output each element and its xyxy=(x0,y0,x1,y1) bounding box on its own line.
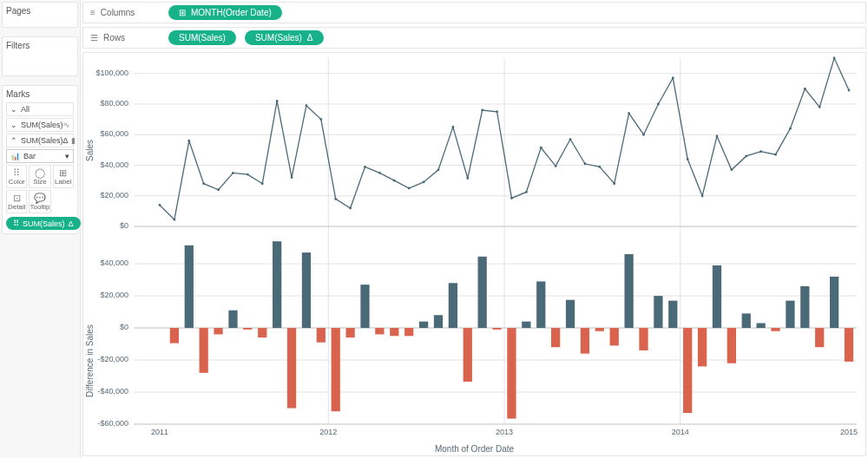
svg-point-17 xyxy=(261,182,264,185)
svg-rect-73 xyxy=(287,328,296,408)
svg-point-20 xyxy=(306,104,308,107)
svg-point-16 xyxy=(247,173,249,176)
svg-rect-92 xyxy=(566,300,575,328)
dropdown-icon: ▾ xyxy=(65,152,69,160)
rows-shelf[interactable]: ☰ Rows SUM(Sales) SUM(Sales) Δ xyxy=(82,27,866,49)
mark-buttons: ⠿Color ◯Size ⊞Label ⊡Detail 💬Tooltip xyxy=(6,165,74,213)
size-label: Size xyxy=(33,178,47,186)
pill-sum-delta-label: SUM(Sales) xyxy=(255,33,302,43)
svg-point-48 xyxy=(716,135,719,138)
y-tick-bot: -$40,000 xyxy=(97,387,128,396)
svg-rect-100 xyxy=(683,328,692,413)
color-button[interactable]: ⠿Color xyxy=(6,165,27,188)
y-axis-title-sales: Sales xyxy=(85,98,95,202)
svg-rect-75 xyxy=(317,328,326,343)
svg-point-49 xyxy=(730,168,733,171)
svg-point-52 xyxy=(774,154,777,156)
svg-rect-89 xyxy=(522,322,530,328)
columns-icon: ≡ xyxy=(90,8,95,17)
svg-point-29 xyxy=(437,168,440,171)
svg-rect-99 xyxy=(668,301,677,328)
svg-point-39 xyxy=(584,162,587,165)
svg-rect-94 xyxy=(595,328,604,331)
svg-rect-76 xyxy=(332,328,340,411)
svg-point-28 xyxy=(423,181,425,184)
delta-icon: Δ xyxy=(63,136,69,145)
marks-sum1-label: SUM(Sales) xyxy=(17,121,63,129)
svg-point-46 xyxy=(687,158,689,160)
marks-sum2[interactable]: ⌃ SUM(Sales) Δ ▮ xyxy=(6,134,74,147)
svg-rect-109 xyxy=(815,328,824,347)
marks-sum1[interactable]: ⌄ SUM(Sales) ∿ xyxy=(6,118,74,132)
mark-type-label: Bar xyxy=(23,152,62,160)
svg-rect-98 xyxy=(654,296,662,328)
filters-title: Filters xyxy=(6,41,74,50)
line-type-icon: ∿ xyxy=(63,121,70,129)
marks-panel: Marks ⌄ All ⌄ SUM(Sales) ∿ ⌃ SUM(Sales) … xyxy=(2,85,78,234)
svg-rect-103 xyxy=(727,328,736,363)
rows-text: Rows xyxy=(103,33,125,43)
svg-point-43 xyxy=(642,134,645,136)
y-axis-title-diff: Difference in Sales xyxy=(85,296,95,426)
svg-point-10 xyxy=(159,204,161,206)
svg-point-15 xyxy=(232,172,234,174)
y-tick-top: $60,000 xyxy=(100,129,128,138)
svg-point-53 xyxy=(789,128,792,130)
marks-pill-sum-sales[interactable]: ⠿ SUM(Sales) Δ xyxy=(6,217,81,230)
y-tick-bot: $40,000 xyxy=(100,258,128,267)
pages-panel: Pages xyxy=(2,2,78,28)
svg-rect-71 xyxy=(258,328,266,337)
pill-sum-sales-delta[interactable]: SUM(Sales) Δ xyxy=(245,30,324,45)
x-tick: 2011 xyxy=(151,428,168,436)
size-button[interactable]: ◯Size xyxy=(29,165,50,188)
y-tick-bot: $0 xyxy=(120,323,128,331)
pill-month-order-date[interactable]: ⊞ MONTH(Order Date) xyxy=(168,5,282,20)
y-tick-top: $80,000 xyxy=(100,99,128,108)
svg-point-12 xyxy=(187,140,190,142)
marks-all-label: All xyxy=(17,105,69,114)
svg-rect-102 xyxy=(713,265,721,328)
pill-month-label: MONTH(Order Date) xyxy=(191,8,272,17)
svg-rect-86 xyxy=(478,257,487,328)
x-tick: 2013 xyxy=(496,428,513,436)
pill-sum-sales[interactable]: SUM(Sales) xyxy=(168,30,236,45)
svg-point-21 xyxy=(319,118,322,121)
columns-shelf-label: ≡ Columns xyxy=(90,8,160,17)
detail-label: Detail xyxy=(8,203,25,211)
svg-rect-88 xyxy=(507,328,516,418)
svg-rect-70 xyxy=(243,328,252,330)
svg-point-45 xyxy=(672,77,674,80)
label-label: Label xyxy=(55,178,72,186)
svg-point-14 xyxy=(217,188,220,191)
svg-point-35 xyxy=(525,191,528,193)
rows-shelf-label: ☰ Rows xyxy=(90,33,160,43)
svg-point-24 xyxy=(364,166,366,168)
svg-point-26 xyxy=(393,180,396,182)
svg-point-19 xyxy=(291,176,293,179)
svg-point-44 xyxy=(657,103,660,106)
color-icon: ⠿ xyxy=(7,167,26,178)
tooltip-button[interactable]: 💬Tooltip xyxy=(29,190,50,213)
svg-point-41 xyxy=(613,182,615,185)
svg-rect-72 xyxy=(273,241,281,328)
marks-all[interactable]: ⌄ All xyxy=(6,102,74,116)
svg-rect-79 xyxy=(375,328,384,334)
svg-rect-68 xyxy=(214,328,222,334)
svg-rect-110 xyxy=(830,277,838,328)
label-button[interactable]: ⊞Label xyxy=(53,165,74,188)
svg-point-31 xyxy=(466,177,469,180)
svg-rect-80 xyxy=(390,328,398,336)
svg-rect-93 xyxy=(581,328,589,354)
svg-point-32 xyxy=(481,109,483,112)
detail-button[interactable]: ⊡Detail xyxy=(6,190,27,213)
x-tick: 2015 xyxy=(840,428,858,436)
mark-type-select[interactable]: 📊 Bar ▾ xyxy=(6,149,74,163)
viz-canvas: Sales Difference in Sales $0$20,000$40,0… xyxy=(82,52,866,456)
svg-point-27 xyxy=(408,187,411,190)
svg-point-34 xyxy=(510,197,513,200)
svg-rect-69 xyxy=(228,311,237,328)
svg-point-54 xyxy=(804,88,806,90)
svg-rect-108 xyxy=(800,286,809,328)
delta-icon: Δ xyxy=(307,33,313,43)
columns-shelf[interactable]: ≡ Columns ⊞ MONTH(Order Date) xyxy=(82,2,866,23)
